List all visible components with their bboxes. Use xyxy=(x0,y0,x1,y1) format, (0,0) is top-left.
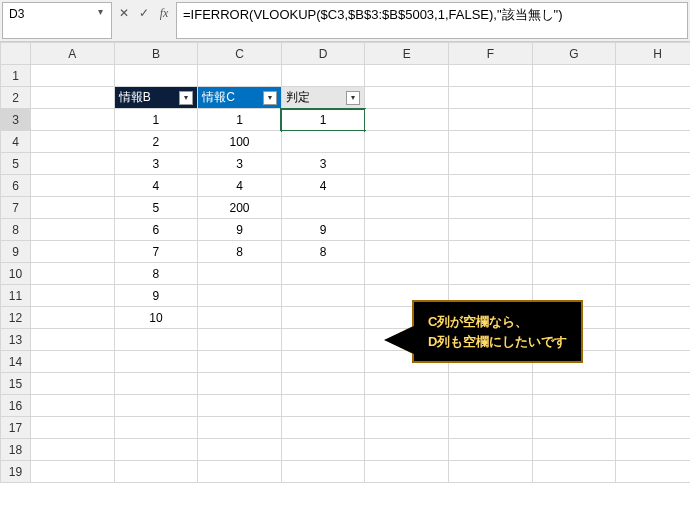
cell-C11[interactable] xyxy=(198,285,282,307)
cell-F9[interactable] xyxy=(449,241,533,263)
cell-G9[interactable] xyxy=(532,241,616,263)
cell-G10[interactable] xyxy=(532,263,616,285)
cell-G17[interactable] xyxy=(532,417,616,439)
cell-H17[interactable] xyxy=(616,417,690,439)
cell-D19[interactable]: 該当無し xyxy=(281,461,365,483)
col-header-G[interactable]: G xyxy=(532,43,616,65)
cell-A7[interactable] xyxy=(31,197,115,219)
cell-H8[interactable] xyxy=(616,219,690,241)
cell-H9[interactable] xyxy=(616,241,690,263)
cell-A15[interactable] xyxy=(31,373,115,395)
filter-dropdown-icon[interactable]: ▾ xyxy=(263,91,277,105)
cell-H13[interactable] xyxy=(616,329,690,351)
row-header[interactable]: 11 xyxy=(1,285,31,307)
cell-H3[interactable] xyxy=(616,109,690,131)
cell-B18[interactable] xyxy=(114,439,198,461)
row-header[interactable]: 14 xyxy=(1,351,31,373)
row-header[interactable]: 5 xyxy=(1,153,31,175)
cell-E19[interactable] xyxy=(365,461,449,483)
cell-H16[interactable] xyxy=(616,395,690,417)
row-header[interactable]: 2 xyxy=(1,87,31,109)
cell-H1[interactable] xyxy=(616,65,690,87)
cell-H4[interactable] xyxy=(616,131,690,153)
cell-B13[interactable] xyxy=(114,329,198,351)
row-header[interactable]: 9 xyxy=(1,241,31,263)
row-header[interactable]: 19 xyxy=(1,461,31,483)
cell-E1[interactable] xyxy=(365,65,449,87)
cell-C15[interactable] xyxy=(198,373,282,395)
cell-B16[interactable] xyxy=(114,395,198,417)
cell-G19[interactable] xyxy=(532,461,616,483)
row-header[interactable]: 13 xyxy=(1,329,31,351)
cell-F7[interactable] xyxy=(449,197,533,219)
cell-D14[interactable]: 該当無し xyxy=(281,351,365,373)
cell-F2[interactable] xyxy=(449,87,533,109)
cell-C16[interactable] xyxy=(198,395,282,417)
cell-C5[interactable]: 3 xyxy=(198,153,282,175)
cell-C18[interactable] xyxy=(198,439,282,461)
cell-C3[interactable]: 1 xyxy=(198,109,282,131)
cell-E16[interactable] xyxy=(365,395,449,417)
name-box-input[interactable] xyxy=(7,6,95,22)
filter-dropdown-icon[interactable]: ▾ xyxy=(179,91,193,105)
cell-B9[interactable]: 7 xyxy=(114,241,198,263)
cell-D3[interactable]: 1 xyxy=(281,109,365,131)
cell-B8[interactable]: 6 xyxy=(114,219,198,241)
cell-F10[interactable] xyxy=(449,263,533,285)
cell-A5[interactable] xyxy=(31,153,115,175)
row-header[interactable]: 8 xyxy=(1,219,31,241)
cell-G16[interactable] xyxy=(532,395,616,417)
cell-H2[interactable] xyxy=(616,87,690,109)
row-header[interactable]: 12 xyxy=(1,307,31,329)
cell-B7[interactable]: 5 xyxy=(114,197,198,219)
row-header[interactable]: 10 xyxy=(1,263,31,285)
cell-C10[interactable] xyxy=(198,263,282,285)
cell-A1[interactable] xyxy=(31,65,115,87)
col-header-B[interactable]: B xyxy=(114,43,198,65)
cell-F3[interactable] xyxy=(449,109,533,131)
name-box-dropdown-icon[interactable]: ▾ xyxy=(95,6,107,17)
cell-F15[interactable] xyxy=(449,373,533,395)
cell-H7[interactable] xyxy=(616,197,690,219)
cell-B17[interactable] xyxy=(114,417,198,439)
cell-F1[interactable] xyxy=(449,65,533,87)
cell-A13[interactable] xyxy=(31,329,115,351)
row-header[interactable]: 6 xyxy=(1,175,31,197)
cell-H15[interactable] xyxy=(616,373,690,395)
cell-A10[interactable] xyxy=(31,263,115,285)
select-all-corner[interactable] xyxy=(1,43,31,65)
cell-E18[interactable] xyxy=(365,439,449,461)
insert-function-button[interactable]: fx xyxy=(154,3,174,23)
cell-G8[interactable] xyxy=(532,219,616,241)
cell-D17[interactable]: 該当無し xyxy=(281,417,365,439)
cell-B4[interactable]: 2 xyxy=(114,131,198,153)
cell-A9[interactable] xyxy=(31,241,115,263)
cell-E15[interactable] xyxy=(365,373,449,395)
cell-H14[interactable] xyxy=(616,351,690,373)
cell-H11[interactable] xyxy=(616,285,690,307)
cell-E2[interactable] xyxy=(365,87,449,109)
cell-C4[interactable]: 100 xyxy=(198,131,282,153)
row-header[interactable]: 7 xyxy=(1,197,31,219)
name-box[interactable]: ▾ xyxy=(2,2,112,39)
cell-D16[interactable]: 該当無し xyxy=(281,395,365,417)
cell-B14[interactable] xyxy=(114,351,198,373)
cell-A12[interactable] xyxy=(31,307,115,329)
cell-D18[interactable]: 該当無し xyxy=(281,439,365,461)
cell-C6[interactable]: 4 xyxy=(198,175,282,197)
cell-D13[interactable]: 該当無し xyxy=(281,329,365,351)
cell-D6[interactable]: 4 xyxy=(281,175,365,197)
cell-A4[interactable] xyxy=(31,131,115,153)
cell-E8[interactable] xyxy=(365,219,449,241)
cell-E4[interactable] xyxy=(365,131,449,153)
col-header-F[interactable]: F xyxy=(449,43,533,65)
cell-F8[interactable] xyxy=(449,219,533,241)
cell-C17[interactable] xyxy=(198,417,282,439)
cell-D2[interactable]: 判定▾ xyxy=(281,87,365,109)
cell-H5[interactable] xyxy=(616,153,690,175)
cell-H18[interactable] xyxy=(616,439,690,461)
cell-E6[interactable] xyxy=(365,175,449,197)
row-header[interactable]: 4 xyxy=(1,131,31,153)
cell-F18[interactable] xyxy=(449,439,533,461)
cell-D11[interactable]: 該当無し xyxy=(281,285,365,307)
